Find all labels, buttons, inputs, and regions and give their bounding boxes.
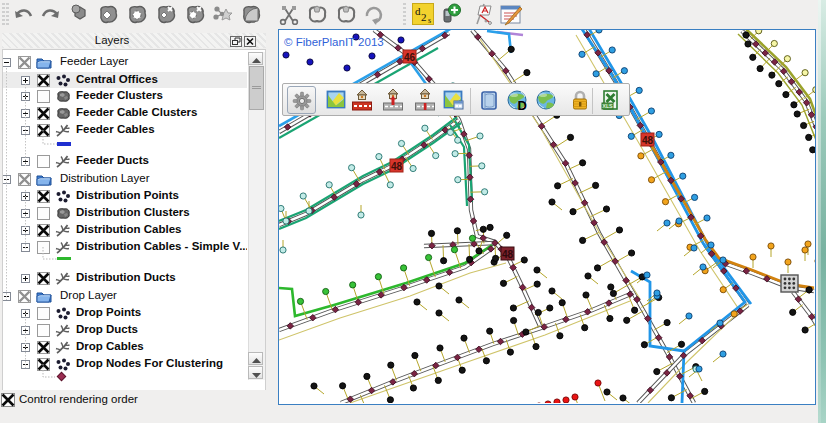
svg-text:48: 48 xyxy=(391,161,403,172)
svg-text:46: 46 xyxy=(404,52,416,63)
svg-text:XLS: XLS xyxy=(602,103,613,109)
svg-text:© FiberPlanIT 2013: © FiberPlanIT 2013 xyxy=(284,36,384,48)
svg-text:2: 2 xyxy=(421,11,427,23)
svg-text:s: s xyxy=(428,16,431,25)
svg-text:48: 48 xyxy=(502,249,514,260)
svg-text:D: D xyxy=(518,98,527,112)
svg-text:48: 48 xyxy=(642,135,654,146)
